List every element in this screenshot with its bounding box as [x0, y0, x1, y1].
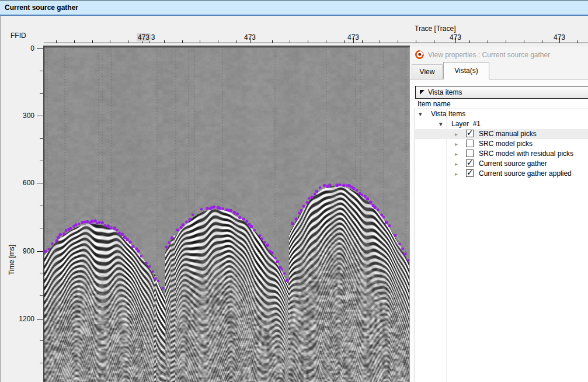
checkbox-checked[interactable]: ✓	[466, 130, 474, 137]
trace-axis-label: Trace [Trace]	[415, 25, 455, 33]
top-axis-tick	[488, 40, 488, 43]
top-axis-tick	[128, 40, 128, 43]
checkmark-icon: ✓	[467, 128, 474, 137]
top-axis-tick	[344, 40, 345, 43]
tree-item-label: Vista Items	[431, 110, 465, 119]
top-axis-tick	[524, 40, 524, 43]
time-axis-tick	[37, 183, 43, 183]
checkbox-checked[interactable]: ✓	[466, 159, 474, 167]
top-axis-tick-label: 3	[151, 33, 155, 41]
item-name-column-header[interactable]: Item name	[414, 99, 588, 109]
window-title: Current source gather	[0, 1, 588, 12]
tree-row-vista-items[interactable]: ▾Vista Items	[414, 109, 588, 119]
tree-row-src-manual-picks[interactable]: ▸✓SRC manual picks	[414, 129, 588, 139]
top-axis-tick	[92, 40, 93, 43]
seismic-gather-canvas[interactable]	[44, 47, 409, 382]
time-axis-tick	[37, 48, 43, 49]
top-axis-tick	[236, 40, 236, 43]
collapsed-arrow-icon[interactable]: ▸	[455, 169, 458, 178]
top-axis-tick	[110, 40, 110, 43]
time-axis-label: Time [ms]	[8, 234, 17, 286]
top-axis-tick-label: 473	[244, 33, 256, 41]
top-axis-tick	[272, 40, 273, 43]
title-bar: Current source gather	[0, 0, 588, 16]
vista-items-tree: ▾Vista Items▾Layer #1▸✓SRC manual picks▸…	[414, 109, 588, 179]
top-axis-tick	[56, 40, 57, 43]
vistas-tab-content: Vista items Item name ▾Vista Items▾Layer…	[410, 79, 588, 382]
collapsed-arrow-icon[interactable]: ▸	[455, 150, 458, 158]
top-axis-tick	[416, 40, 416, 43]
panel-title: View properties : Current source gather	[428, 51, 550, 59]
top-axis-tick-label: 473	[450, 33, 461, 41]
expanded-arrow-icon[interactable]: ▾	[439, 120, 443, 129]
section-collapse-icon	[420, 90, 425, 95]
tree-row-src-model-with-residual-picks[interactable]: ▸SRC model with residual picks	[414, 149, 588, 159]
top-axis-tick	[469, 40, 470, 43]
time-axis-tick	[37, 251, 43, 252]
top-axis-tick	[74, 40, 75, 43]
expanded-arrow-icon[interactable]: ▾	[419, 110, 422, 119]
checkmark-icon: ✓	[467, 168, 474, 177]
top-axis-tick-label: 473	[347, 33, 359, 41]
time-axis-tick	[37, 319, 43, 320]
tab-vistas[interactable]: Vista(s)	[443, 62, 489, 79]
vista-items-section-header[interactable]: Vista items	[415, 86, 588, 99]
top-axis-tick	[542, 40, 542, 43]
tree-row-layer-1[interactable]: ▾Layer #1	[414, 119, 588, 129]
collapsed-arrow-icon[interactable]: ▸	[455, 140, 458, 148]
top-axis-tick	[434, 40, 434, 43]
collapsed-arrow-icon[interactable]: ▸	[455, 159, 458, 168]
time-axis-tick-label: 1200	[0, 315, 34, 323]
checkmark-icon: ✓	[467, 158, 474, 167]
tree-item-label: SRC manual picks	[479, 130, 537, 138]
tree-row-current-source-gather[interactable]: ▸✓Current source gather	[414, 159, 588, 169]
time-axis-tick-label: 0	[0, 44, 34, 53]
view-properties-panel: View properties : Current source gather …	[410, 47, 588, 382]
checkbox-unchecked[interactable]	[466, 150, 474, 157]
time-axis-tick-label: 300	[0, 112, 34, 120]
checkbox-checked[interactable]: ✓	[466, 169, 474, 177]
top-axis-tick	[200, 40, 200, 43]
top-axis-tick	[506, 40, 506, 43]
tab-view[interactable]: View	[412, 64, 443, 79]
time-axis-tick	[37, 116, 43, 116]
tree-row-current-source-gather-applied[interactable]: ▸✓Current source gather applied	[414, 169, 588, 179]
top-axis-tick	[326, 40, 326, 43]
top-axis-tick	[380, 40, 380, 43]
collapsed-arrow-icon[interactable]: ▸	[455, 130, 458, 138]
time-axis-tick-label: 600	[0, 179, 34, 187]
tree-item-label: Current source gather applied	[479, 169, 572, 178]
top-axis-tick	[290, 40, 290, 43]
top-axis-tick	[218, 40, 218, 43]
tree-item-label: SRC model with residual picks	[479, 150, 573, 158]
top-axis-tick	[398, 40, 398, 43]
panel-header: View properties : Current source gather	[415, 50, 550, 59]
tree-item-label: Current source gather	[479, 159, 547, 168]
vista-logo-icon	[415, 50, 424, 59]
top-axis-tick	[308, 40, 308, 43]
top-axis-tick	[577, 40, 578, 43]
top-axis-tick	[362, 40, 363, 43]
top-axis-tick-label: 473	[554, 33, 565, 41]
top-axis-tick	[164, 40, 165, 43]
ffid-axis-label: FFID	[11, 32, 26, 40]
top-axis-tick-label: 473	[137, 33, 151, 41]
tree-item-label: Layer #1	[451, 120, 481, 129]
tree-item-label: SRC model picks	[479, 140, 533, 148]
top-axis-line	[44, 43, 588, 43]
top-axis-tick	[182, 40, 183, 43]
tree-row-src-model-picks[interactable]: ▸SRC model picks	[414, 139, 588, 149]
window-left-border-inner	[1, 16, 1, 382]
checkbox-unchecked[interactable]	[466, 140, 474, 147]
time-axis-tick-label: 900	[0, 247, 34, 255]
